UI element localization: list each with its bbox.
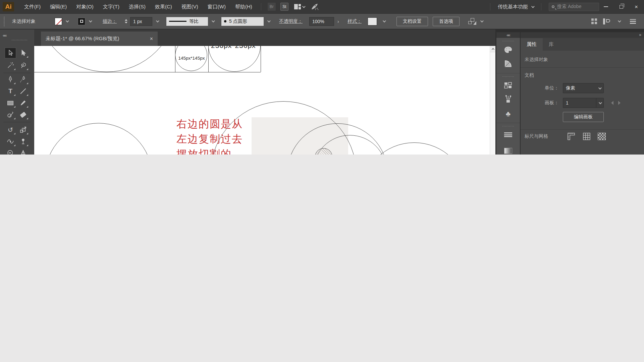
stroke-profile-select[interactable]: 等比: [166, 14, 208, 29]
ruler-grid-label: 标尺与网格: [521, 133, 563, 139]
menu-object[interactable]: 对象(O): [71, 0, 98, 13]
stroke-chevron[interactable]: [89, 14, 91, 29]
menu-type[interactable]: 文字(T): [98, 0, 124, 13]
tool-lasso[interactable]: [17, 60, 29, 71]
minimize-button[interactable]: [604, 6, 608, 7]
expand-dock-icon[interactable]: ««: [506, 33, 509, 38]
tool-rectangle[interactable]: [5, 98, 16, 108]
ruler-icon[interactable]: [567, 132, 576, 141]
stroke-panel-icon[interactable]: [496, 129, 520, 141]
search-input[interactable]: 搜索 Adobe: [549, 3, 599, 11]
grip-handle[interactable]: [502, 41, 514, 42]
tool-curvature[interactable]: [17, 74, 29, 85]
tool-paintbrush[interactable]: [17, 98, 29, 108]
preferences-button[interactable]: 首选项: [433, 14, 460, 29]
close-button[interactable]: ×: [635, 4, 638, 10]
restore-button[interactable]: [620, 5, 623, 9]
menu-view[interactable]: 视图(V): [177, 0, 203, 13]
stock-icon[interactable]: St: [280, 3, 288, 11]
circle-shape: [45, 123, 152, 155]
tab-libraries[interactable]: 库: [543, 38, 560, 51]
chevron-down-icon[interactable]: [302, 5, 306, 8]
menu-help[interactable]: 帮助(H): [230, 0, 257, 13]
search-icon: [552, 5, 554, 8]
fill-swatch[interactable]: [55, 14, 62, 29]
tool-width[interactable]: [5, 136, 16, 147]
collapse-panel-icon[interactable]: »: [639, 33, 641, 37]
tool-rotate[interactable]: ↺: [5, 124, 16, 135]
opacity-more-arrow[interactable]: ›: [337, 14, 339, 29]
grip-handle[interactable]: [11, 40, 28, 41]
tool-type[interactable]: T: [5, 86, 16, 97]
document-setup-button[interactable]: 文档设置: [396, 14, 428, 29]
corner-widget-chevron[interactable]: [480, 14, 483, 29]
document-layout-icon[interactable]: [603, 14, 610, 29]
stroke-profile-chevron[interactable]: [209, 14, 216, 29]
close-tab-icon[interactable]: ×: [150, 36, 153, 42]
stroke-width-chevron[interactable]: [154, 14, 160, 29]
vertical-scrollbar[interactable]: [490, 46, 495, 155]
stroke-width-stepper[interactable]: [123, 14, 129, 29]
tool-direct-selection[interactable]: [17, 48, 29, 58]
tab-properties[interactable]: 属性: [521, 38, 543, 51]
style-chevron[interactable]: [380, 14, 387, 29]
transparency-grid-icon[interactable]: [598, 133, 606, 140]
artboard-canvas[interactable]: 145px*145px 236px*236px 右边的圆是从 左边复制过去 摆放…: [34, 46, 495, 155]
document-section-label: 文档: [521, 68, 644, 80]
collapse-left-dock-icon[interactable]: ««: [3, 33, 6, 38]
style-swatch[interactable]: [368, 14, 377, 29]
stroke-panel-link[interactable]: 描边：: [103, 14, 117, 29]
workspace-grid-icon[interactable]: [591, 14, 597, 29]
edit-artboard-button[interactable]: 编辑画板: [563, 112, 604, 122]
menu-select[interactable]: 选择(S): [124, 0, 150, 13]
brush-select[interactable]: 5 点圆形: [221, 14, 264, 29]
color-panel-icon[interactable]: [496, 44, 520, 56]
menu-window[interactable]: 窗口(W): [203, 0, 230, 13]
scroll-up-button[interactable]: [490, 46, 495, 52]
menu-effect[interactable]: 效果(C): [150, 0, 177, 13]
tool-eraser[interactable]: [17, 109, 29, 120]
menu-edit[interactable]: 编辑(E): [45, 0, 71, 13]
swatches-panel-icon[interactable]: [496, 79, 520, 91]
stroke-width-input[interactable]: 1 px: [130, 14, 152, 29]
search-placeholder: 搜索 Adobe: [557, 4, 581, 10]
grip-handle[interactable]: [502, 126, 514, 127]
tool-pen[interactable]: [5, 74, 16, 85]
stroke-swatch[interactable]: [78, 14, 85, 29]
grid-icon[interactable]: [582, 132, 591, 141]
artboard-chevron[interactable]: [596, 98, 604, 108]
grip-handle[interactable]: [4, 16, 5, 26]
tool-line-segment[interactable]: [17, 86, 29, 97]
artboard-row: 画板： 1: [521, 98, 621, 108]
artboard-input[interactable]: 1: [563, 98, 596, 108]
tool-selection[interactable]: [5, 48, 16, 58]
document-tab[interactable]: 未标题-1* @ 66.67% (RGB/预览) ×: [41, 32, 158, 46]
grip-handle[interactable]: [502, 76, 514, 77]
gpu-performance-icon[interactable]: [311, 3, 319, 11]
color-guide-panel-icon[interactable]: [496, 58, 520, 70]
tool-shaper[interactable]: [5, 109, 16, 120]
main-menu: 文件(F) 编辑(E) 对象(O) 文字(T) 选择(S) 效果(C) 视图(V…: [19, 0, 257, 13]
dock-strip-header: ««: [496, 32, 520, 38]
menu-file[interactable]: 文件(F): [19, 0, 45, 13]
arrange-documents-icon[interactable]: [294, 4, 301, 9]
brush-chevron[interactable]: [265, 14, 272, 29]
control-panel-menu-icon[interactable]: [630, 14, 636, 29]
document-layout-chevron[interactable]: [618, 14, 620, 29]
tool-magic-wand[interactable]: [5, 60, 16, 71]
bridge-icon[interactable]: Br: [268, 3, 276, 11]
previous-artboard-icon[interactable]: [611, 101, 613, 105]
tool-puppet-warp[interactable]: [17, 136, 29, 147]
opacity-input[interactable]: 100%: [309, 14, 334, 29]
unit-select[interactable]: 像素: [563, 83, 604, 93]
fill-chevron[interactable]: [66, 14, 68, 29]
annotation-line: 右边的圆是从: [176, 116, 243, 131]
symbols-panel-icon[interactable]: ♣: [496, 108, 520, 120]
tool-scale[interactable]: [17, 124, 29, 135]
style-panel-link[interactable]: 样式：: [347, 14, 362, 29]
brushes-panel-icon[interactable]: [496, 93, 520, 105]
opacity-panel-link[interactable]: 不透明度：: [279, 14, 303, 29]
corner-widget-icon[interactable]: [468, 14, 476, 29]
workspace-switcher[interactable]: 传统基本功能: [494, 4, 537, 10]
next-artboard-icon[interactable]: [618, 101, 621, 105]
